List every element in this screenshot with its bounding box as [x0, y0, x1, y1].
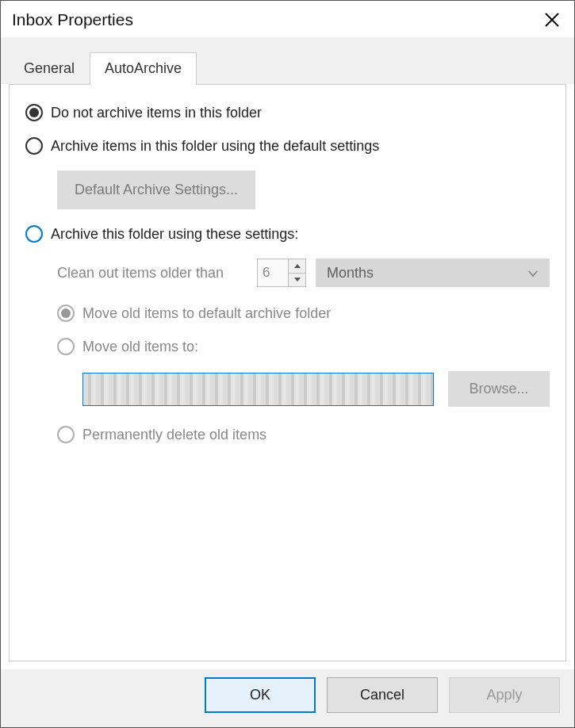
dropdown-value: Months [327, 265, 374, 282]
chevron-down-icon [527, 265, 539, 282]
tabs-container: General AutoArchive [1, 37, 574, 84]
archive-path-input[interactable] [82, 373, 434, 406]
default-archive-settings-button: Default Archive Settings... [57, 171, 255, 209]
close-button[interactable] [541, 9, 563, 31]
cancel-button[interactable]: Cancel [327, 677, 438, 713]
option-move-to: Move old items to: [57, 338, 550, 355]
chevron-up-icon [294, 264, 301, 268]
radio-label: Move old items to default archive folder [82, 305, 331, 322]
spin-up-button[interactable] [289, 259, 305, 274]
radio-icon [25, 225, 43, 243]
spin-down-button[interactable] [289, 274, 305, 287]
close-icon [544, 12, 560, 28]
browse-button: Browse... [448, 371, 550, 407]
title-bar: Inbox Properties [1, 1, 574, 37]
radio-icon [57, 426, 75, 443]
tab-autoarchive[interactable]: AutoArchive [90, 52, 197, 85]
tab-panel-autoarchive: Do not archive items in this folder Arch… [9, 84, 566, 661]
option-default-settings[interactable]: Archive items in this folder using the d… [25, 137, 550, 155]
option-do-not-archive[interactable]: Do not archive items in this folder [25, 104, 550, 121]
radio-label: Move old items to: [82, 339, 198, 355]
radio-icon [57, 338, 75, 355]
ok-button[interactable]: OK [205, 677, 316, 713]
radio-icon [57, 305, 75, 322]
dialog-window: Inbox Properties General AutoArchive Do … [0, 0, 575, 728]
radio-label: Archive items in this folder using the d… [51, 138, 379, 155]
age-input[interactable] [257, 259, 289, 287]
default-settings-button-wrap: Default Archive Settings... [57, 171, 550, 209]
move-to-path-row: Browse... [82, 371, 550, 407]
unit-dropdown[interactable]: Months [316, 259, 550, 287]
dialog-footer: OK Cancel Apply [1, 669, 574, 727]
chevron-down-icon [294, 278, 301, 282]
age-spinner [257, 259, 306, 287]
radio-label: Permanently delete old items [82, 427, 266, 443]
apply-button: Apply [449, 677, 560, 713]
tabs: General AutoArchive [9, 52, 566, 84]
svg-marker-2 [294, 264, 301, 268]
option-permanently-delete: Permanently delete old items [57, 426, 550, 443]
radio-label: Archive this folder using these settings… [51, 226, 298, 243]
radio-icon [25, 137, 43, 155]
svg-marker-3 [294, 278, 301, 282]
option-move-default: Move old items to default archive folder [57, 305, 550, 322]
clean-out-row: Clean out items older than Months [57, 259, 550, 287]
option-custom-settings[interactable]: Archive this folder using these settings… [25, 225, 550, 243]
clean-out-label: Clean out items older than [57, 265, 247, 282]
spinner-buttons [289, 259, 306, 287]
window-title: Inbox Properties [12, 10, 133, 29]
radio-icon [25, 104, 43, 121]
tab-general[interactable]: General [9, 52, 90, 85]
radio-label: Do not archive items in this folder [51, 105, 262, 121]
